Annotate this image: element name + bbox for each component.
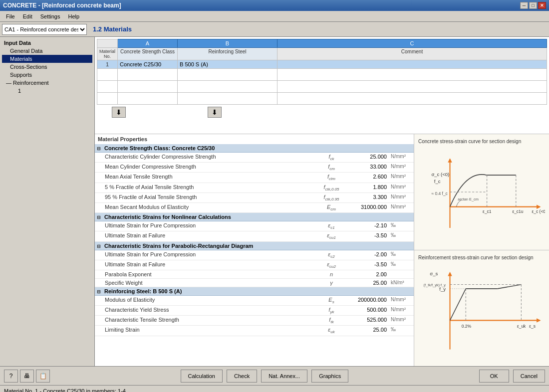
steel-section-title: Reinforcing Steel: B 500 S (A)	[104, 288, 182, 294]
close-button[interactable]: ✕	[538, 2, 546, 9]
prop-row-fck: Characteristic Cylinder Compressive Stre…	[95, 153, 414, 163]
table-row-empty3[interactable]	[97, 93, 547, 105]
nonlinear-section-title: Characteristic Strains for Nonlinear Cal…	[104, 214, 231, 220]
svg-text:σ_c (<0): σ_c (<0)	[431, 172, 449, 177]
col-c-header: C	[277, 39, 547, 48]
collapse-icon-steel: ⊟	[97, 289, 101, 294]
sidebar-item-reinforcement-1[interactable]: 1	[2, 87, 92, 95]
prop-row-fctk005: 5 % Fractile of Axial Tensile Strength f…	[95, 183, 414, 193]
reinforcement-graph-title: Reinforcement stress-strain curve for se…	[418, 254, 545, 261]
ok-button[interactable]: OK	[479, 370, 509, 383]
prop-row-fyk: Characteristic Yield Stress fyk 500.000 …	[95, 306, 414, 316]
prop-row-ftk: Characteristic Tensile Strength ftk 525.…	[95, 316, 414, 326]
row-num: 1	[97, 60, 118, 69]
sidebar-item-supports[interactable]: Supports	[2, 71, 92, 79]
sidebar-item-cross-sections[interactable]: Cross-Sections	[2, 63, 92, 71]
export-button[interactable]: 📋	[36, 370, 50, 383]
menu-file[interactable]: File	[2, 12, 19, 20]
props-title: Material Properties	[95, 134, 414, 144]
remove-row-button[interactable]: ⬇	[208, 107, 222, 118]
collapse-icon-pr: ⊟	[97, 244, 101, 249]
bottom-toolbar: ? 🖶 📋 Calculation Check Nat. Annex... Gr…	[0, 366, 549, 385]
collapse-icon-nl: ⊟	[97, 215, 101, 220]
materials-table: A B C Material No. Concrete Strength Cla…	[97, 39, 547, 105]
svg-text:≈ 0.4 f_c: ≈ 0.4 f_c	[431, 191, 447, 196]
concrete-class-cell[interactable]: Concrete C25/30	[118, 60, 178, 69]
print-button[interactable]: 🖶	[20, 370, 34, 383]
prop-row-ecm: Mean Secant Modulus of Elasticity Ecm 31…	[95, 203, 414, 213]
concrete-stress-strain-svg: σ_c (<0) ≈ 0.4 f_c f_c ε_c1 ε_c1u ε_c (<…	[418, 147, 545, 246]
check-button[interactable]: Check	[227, 370, 257, 383]
prop-row-ec2: Ultimate Strain for Pure Compression εc2…	[95, 250, 414, 260]
svg-text:arctan E_cm: arctan E_cm	[458, 197, 479, 201]
svg-text:ε_c1: ε_c1	[483, 209, 492, 214]
table-row-empty1[interactable]	[97, 69, 547, 81]
bottom-split: Material Properties ⊟ Concrete Strength …	[95, 134, 549, 366]
prop-row-ecu2: Ultimate Strain at Failure εcu2 -3.50 ‰	[95, 260, 414, 270]
graphs-panel: Concrete stress-strain curve for section…	[414, 134, 549, 366]
sidebar-group-title: Input Data	[2, 39, 92, 47]
menu-edit[interactable]: Edit	[19, 12, 36, 20]
nat-annex-button[interactable]: Nat. Annex...	[261, 370, 307, 383]
materials-table-area: A B C Material No. Concrete Strength Cla…	[95, 37, 549, 134]
parabolic-section-title: Characteristic Strains for Parabolic-Rec…	[104, 243, 253, 249]
reinforcement-stress-strain-svg: σ_s (f_tk/f_yk)·f_y f_y 0.2% ε_uk ε_s	[418, 263, 545, 362]
section-concrete-header[interactable]: ⊟ Concrete Strength Class: Concrete C25/…	[95, 144, 414, 153]
prop-row-n: Parabola Exponent n 2.00	[95, 270, 414, 279]
sidebar-item-materials[interactable]: Materials	[2, 55, 92, 63]
toolbar: CA1 - Reinforced concrete desi 1.2 Mater…	[0, 22, 549, 37]
svg-text:ε_uk: ε_uk	[517, 324, 526, 329]
table-row[interactable]: 1 Concrete C25/30 B 500 S (A)	[97, 60, 547, 69]
reinforcement-graph-area: σ_s (f_tk/f_yk)·f_y f_y 0.2% ε_uk ε_s	[418, 263, 545, 362]
cancel-button[interactable]: Cancel	[513, 370, 545, 383]
svg-text:f_c: f_c	[434, 179, 441, 184]
concrete-section-title: Concrete Strength Class: Concrete C25/30	[104, 145, 215, 151]
prop-row-ecu1: Ultimate Strain at Failure εcu1 -3.50 ‰	[95, 231, 414, 241]
concrete-graph-area: σ_c (<0) ≈ 0.4 f_c f_c ε_c1 ε_c1u ε_c (<…	[418, 147, 545, 246]
table-row-empty2[interactable]	[97, 81, 547, 93]
sidebar-item-general-data[interactable]: General Data	[2, 47, 92, 55]
menu-help[interactable]: Help	[64, 12, 83, 20]
concrete-graph-section: Concrete stress-strain curve for section…	[414, 134, 549, 250]
col-b-header: B	[178, 39, 277, 48]
sidebar: Input Data General Data Materials Cross-…	[0, 37, 95, 366]
section-nonlinear-header[interactable]: ⊟ Characteristic Strains for Nonlinear C…	[95, 213, 414, 221]
main-content: Input Data General Data Materials Cross-…	[0, 37, 549, 366]
help-button[interactable]: ?	[4, 370, 18, 383]
bottom-center-buttons: Calculation Check Nat. Annex... Graphics	[181, 370, 349, 383]
content-panel: A B C Material No. Concrete Strength Cla…	[95, 37, 549, 366]
svg-text:ε_s: ε_s	[529, 324, 536, 329]
add-row-button[interactable]: ⬇	[112, 107, 126, 118]
svg-text:f_y: f_y	[439, 286, 446, 292]
section-title: 1.2 Materials	[89, 25, 132, 33]
section-parabolic-header[interactable]: ⊟ Characteristic Strains for Parabolic-R…	[95, 242, 414, 250]
svg-rect-0	[418, 154, 545, 238]
sidebar-item-reinforcement[interactable]: — Reinforcement	[2, 79, 92, 87]
svg-text:σ_s: σ_s	[430, 271, 438, 276]
calculation-button[interactable]: Calculation	[181, 370, 223, 383]
bottom-right-buttons: OK Cancel	[479, 370, 545, 383]
svg-text:ε_c1u: ε_c1u	[512, 209, 523, 214]
status-text: Material No. 1 - Concrete C25/30 in memb…	[4, 388, 126, 392]
title-bar: CONCRETE - [Reinforced concrete beam] ─ …	[0, 0, 549, 11]
prop-row-euk: Limiting Strain εuk 25.00 ‰	[95, 326, 414, 336]
prop-row-fctk095: 95 % Fractile of Axial Tensile Strength …	[95, 193, 414, 203]
prop-row-fcm: Mean Cylinder Compressive Strength fcm 3…	[95, 163, 414, 173]
section-steel-header[interactable]: ⊟ Reinforcing Steel: B 500 S (A)	[95, 287, 414, 296]
prop-row-gamma: Specific Weight γ 25.00 kN/m³	[95, 279, 414, 287]
status-bar: Material No. 1 - Concrete C25/30 in memb…	[0, 385, 549, 392]
svg-rect-15	[418, 268, 545, 358]
title-bar-buttons: ─ □ ✕	[520, 2, 546, 9]
svg-text:ε_c (<0): ε_c (<0)	[532, 209, 545, 214]
case-dropdown[interactable]: CA1 - Reinforced concrete desi	[2, 24, 87, 35]
bottom-left-buttons: ? 🖶 📋	[4, 370, 50, 383]
menu-settings[interactable]: Settings	[36, 12, 64, 20]
maximize-button[interactable]: □	[529, 2, 537, 9]
material-properties-panel: Material Properties ⊟ Concrete Strength …	[95, 134, 414, 366]
prop-row-fctm: Mean Axial Tensile Strength fctm 2.600 N…	[95, 173, 414, 183]
menu-bar: File Edit Settings Help	[0, 11, 549, 22]
minimize-button[interactable]: ─	[520, 2, 528, 9]
reinforcing-steel-cell[interactable]: B 500 S (A)	[178, 60, 277, 69]
graphics-button[interactable]: Graphics	[311, 370, 348, 383]
comment-cell[interactable]	[277, 60, 547, 69]
